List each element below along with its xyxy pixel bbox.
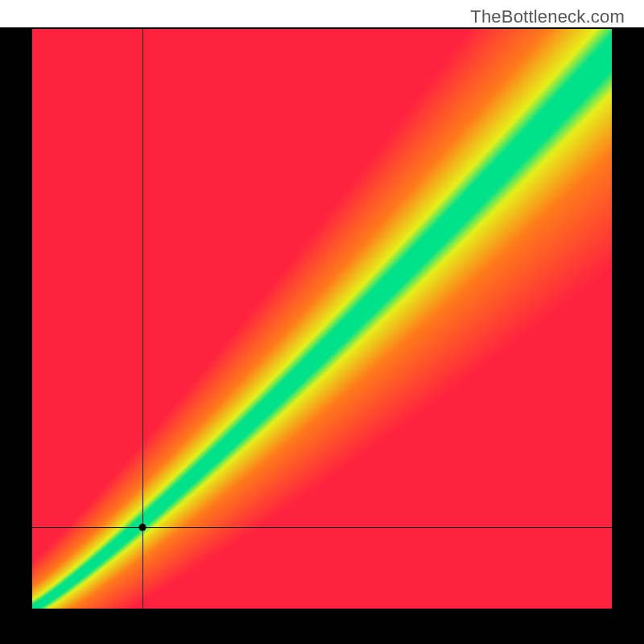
crosshair-horizontal — [32, 527, 612, 528]
watermark-text: TheBottleneck.com — [470, 6, 625, 27]
crosshair-vertical — [142, 29, 143, 609]
heatmap-canvas — [32, 29, 612, 609]
data-point-marker — [138, 524, 146, 531]
chart-container: TheBottleneck.com — [0, 0, 644, 644]
